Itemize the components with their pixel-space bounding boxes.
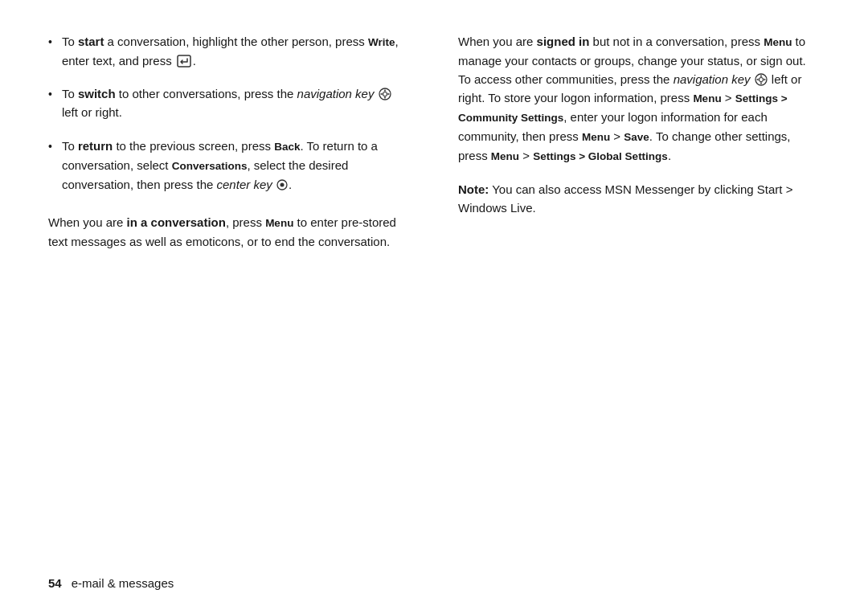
key-menu-2: Menu xyxy=(764,36,792,48)
footer-page-number: 54 xyxy=(48,576,62,590)
bullet-item-return: • To return to the previous screen, pres… xyxy=(48,137,410,194)
key-menu-1: Menu xyxy=(265,217,293,229)
bullet-text-return: To return to the previous screen, press … xyxy=(62,137,410,194)
left-column: • To start a conversation, highlight the… xyxy=(48,32,418,560)
content-columns: • To start a conversation, highlight the… xyxy=(48,32,820,560)
key-settings-global: Settings > Global Settings xyxy=(533,150,668,162)
key-menu-4: Menu xyxy=(582,131,610,143)
italic-nav-key-2: navigation key xyxy=(674,72,751,86)
svg-marker-5 xyxy=(380,93,383,96)
bold-in-conversation: in a conversation xyxy=(127,215,226,229)
bullet-text-start: To start a conversation, highlight the o… xyxy=(62,32,410,70)
svg-marker-14 xyxy=(764,79,766,81)
bold-start: start xyxy=(78,35,104,48)
svg-point-8 xyxy=(280,182,284,186)
bold-signed-in: signed in xyxy=(537,35,590,48)
svg-marker-4 xyxy=(383,97,386,100)
bullet-dot-switch: • xyxy=(48,86,52,104)
svg-point-10 xyxy=(759,78,763,82)
key-settings-community: Settings > Community Settings xyxy=(458,92,788,124)
nav-key-icon-1 xyxy=(379,88,391,100)
bullet-item-start: • To start a conversation, highlight the… xyxy=(48,32,410,70)
bullet-text-switch: To switch to other conversations, press … xyxy=(62,84,410,122)
footer: 54 e-mail & messages xyxy=(48,560,820,590)
key-conversations: Conversations xyxy=(172,160,248,172)
key-back: Back xyxy=(274,141,300,153)
key-save: Save xyxy=(624,131,649,143)
key-menu-5: Menu xyxy=(491,150,519,162)
key-write: Write xyxy=(368,36,395,48)
bullet-dot-return: • xyxy=(48,138,52,156)
paragraph-signed-in: When you are signed in but not in a conv… xyxy=(458,32,820,166)
note-label: Note: xyxy=(458,182,489,196)
bullet-list: • To start a conversation, highlight the… xyxy=(48,32,410,194)
right-column: When you are signed in but not in a conv… xyxy=(450,32,820,560)
svg-marker-3 xyxy=(383,89,386,92)
svg-point-2 xyxy=(383,92,387,96)
enter-key-icon xyxy=(177,55,191,68)
nav-key-icon-2 xyxy=(755,73,768,86)
note-paragraph: Note: You can also access MSN Messenger … xyxy=(458,180,820,218)
page-container: • To start a conversation, highlight the… xyxy=(0,0,868,614)
key-menu-3: Menu xyxy=(693,92,721,104)
bold-return: return xyxy=(78,139,113,153)
paragraph-in-conversation: When you are in a conversation, press Me… xyxy=(48,213,410,251)
bullet-dot-start: • xyxy=(48,34,52,51)
bold-switch: switch xyxy=(78,87,116,100)
italic-center-key: center key xyxy=(217,178,272,191)
footer-section-label: e-mail & messages xyxy=(72,576,174,590)
svg-marker-11 xyxy=(760,75,762,77)
svg-marker-6 xyxy=(387,93,390,96)
center-key-icon xyxy=(276,179,288,190)
italic-nav-key-1: navigation key xyxy=(297,87,375,100)
svg-rect-0 xyxy=(178,55,190,67)
svg-marker-12 xyxy=(760,83,762,85)
bullet-item-switch: • To switch to other conversations, pres… xyxy=(48,84,410,122)
svg-marker-13 xyxy=(756,79,759,81)
